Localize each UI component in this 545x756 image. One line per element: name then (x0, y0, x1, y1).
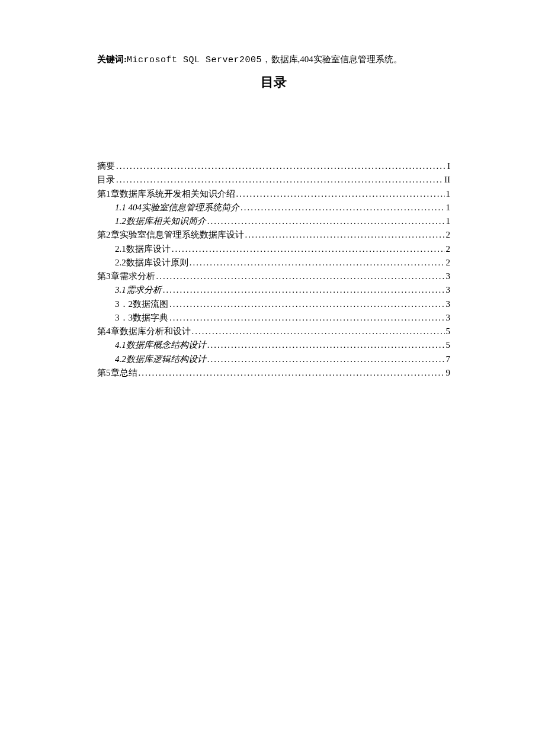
toc-entry-label: 3．2数据流图 (115, 297, 168, 311)
keywords-label: 关键词: (97, 55, 127, 64)
toc-entry-page: 2 (446, 228, 451, 242)
toc-leader-dots (116, 159, 446, 173)
toc-entry: 第3章需求分析3 (97, 270, 450, 283)
toc-entry-label: 4.2数据库逻辑结构设计 (115, 353, 206, 366)
toc-leader-dots (169, 297, 445, 311)
toc-entry-page: 1 (446, 187, 451, 201)
toc-entry-label: 1.2数据库相关知识简介 (115, 214, 206, 228)
toc-entry-page: 3 (446, 297, 451, 311)
toc-entry-label: 4.1数据库概念结构设计 (115, 338, 206, 352)
toc-entry-label: 第4章数据库分析和设计 (97, 325, 191, 338)
toc-entry: 第5章总结9 (97, 366, 450, 380)
toc-entry-label: 第1章数据库系统开发相关知识介绍 (97, 187, 235, 201)
toc-leader-dots (241, 201, 445, 214)
toc-entry-label: 3．3数据字典 (115, 311, 168, 325)
toc-leader-dots (156, 270, 445, 283)
toc-entry-label: 1.1 404实验室信息管理系统简介 (115, 201, 239, 214)
toc-entry-page: 3 (446, 311, 451, 325)
toc-entry: 2.1数据库设计2 (97, 242, 450, 256)
keywords-line: 关键词:Microsoft SQL Server2005，数据库,404实验室信… (97, 52, 450, 68)
toc-entry-page: 1 (446, 201, 451, 214)
toc-entry: 目录II (97, 173, 450, 187)
toc-entry-label: 2.1数据库设计 (115, 242, 171, 256)
toc-leader-dots (207, 338, 445, 352)
toc-entry: 第2章实验室信息管理系统数据库设计2 (97, 228, 450, 242)
toc-entry-page: 7 (446, 353, 451, 366)
toc-entry: 1.2数据库相关知识简介1 (97, 214, 450, 228)
toc-leader-dots (169, 311, 445, 325)
toc-entry-label: 3.1需求分析 (115, 283, 162, 297)
toc-entry: 3．2数据流图3 (97, 297, 450, 311)
toc-entry-page: 2 (446, 242, 451, 256)
toc-entry: 第1章数据库系统开发相关知识介绍1 (97, 187, 450, 201)
toc-entry-label: 目录 (97, 173, 115, 187)
toc-entry-page: II (444, 173, 450, 187)
toc-leader-dots (139, 366, 445, 380)
toc-entry-page: 5 (446, 338, 451, 352)
toc-entry-page: I (447, 159, 450, 173)
toc-entry-page: 3 (446, 270, 451, 283)
toc-leader-dots (190, 256, 445, 270)
toc-entry: 第4章数据库分析和设计5 (97, 325, 450, 338)
toc-entry-label: 第5章总结 (97, 366, 137, 380)
toc-entry-label: 2.2数据库设计原则 (115, 256, 188, 270)
toc-entry: 4.1数据库概念结构设计5 (97, 338, 450, 352)
toc-entry-page: 9 (446, 366, 451, 380)
toc-entry-label: 第3章需求分析 (97, 270, 155, 283)
toc-leader-dots (207, 214, 445, 228)
toc-leader-dots (236, 187, 445, 201)
toc-leader-dots (245, 228, 445, 242)
toc-entry-page: 1 (446, 214, 451, 228)
toc-entry-label: 第2章实验室信息管理系统数据库设计 (97, 228, 244, 242)
toc-entry: 2.2数据库设计原则2 (97, 256, 450, 270)
toc-entry-label: 摘要 (97, 159, 115, 173)
table-of-contents: 摘要I目录II第1章数据库系统开发相关知识介绍11.1 404实验室信息管理系统… (97, 159, 450, 380)
toc-leader-dots (116, 173, 443, 187)
toc-entry: 摘要I (97, 159, 450, 173)
toc-entry: 3.1需求分析3 (97, 283, 450, 297)
toc-leader-dots (207, 353, 445, 366)
toc-entry: 4.2数据库逻辑结构设计7 (97, 353, 450, 366)
toc-leader-dots (172, 242, 445, 256)
keywords-rest: 数据库,404实验室信息管理系统。 (271, 55, 402, 64)
toc-entry-page: 5 (446, 325, 451, 338)
toc-entry: 1.1 404实验室信息管理系统简介1 (97, 201, 450, 214)
toc-leader-dots (163, 283, 445, 297)
toc-entry: 3．3数据字典3 (97, 311, 450, 325)
toc-entry-page: 3 (446, 283, 451, 297)
toc-title: 目录 (97, 73, 450, 91)
keywords-tech: Microsoft SQL Server2005， (127, 55, 271, 65)
toc-leader-dots (192, 325, 445, 338)
toc-entry-page: 2 (446, 256, 451, 270)
